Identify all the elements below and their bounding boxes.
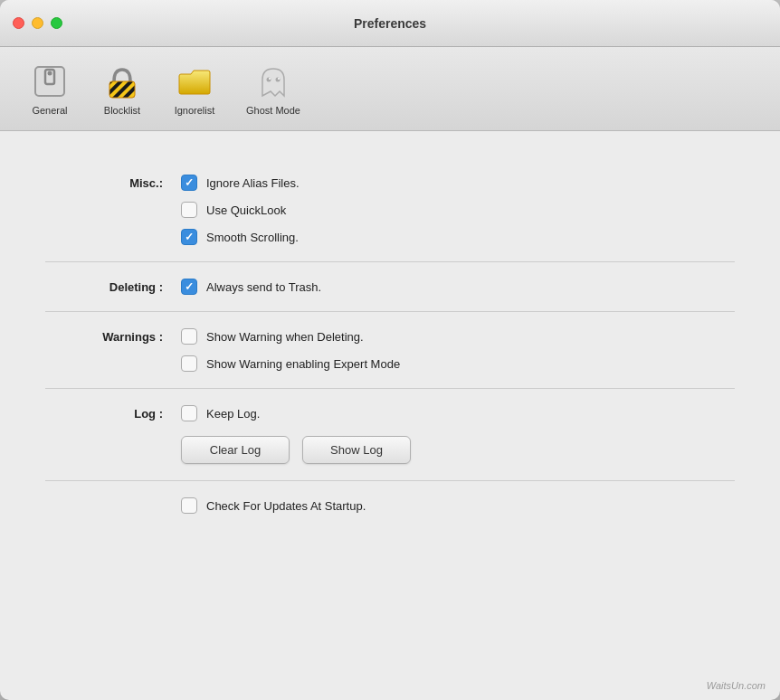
- svg-point-6: [266, 78, 271, 82]
- updates-label: [45, 497, 163, 499]
- warn-expert-row[interactable]: Show Warning enabling Expert Mode: [181, 355, 400, 372]
- check-updates-label: Check For Updates At Startup.: [206, 499, 366, 513]
- window-title: Preferences: [354, 16, 426, 31]
- close-button[interactable]: [13, 17, 24, 29]
- use-quicklook-row[interactable]: Use QuickLook: [181, 202, 300, 218]
- content-area: Misc.: Ignore Alias Files. Use QuickLook…: [0, 131, 780, 675]
- toolbar-item-ignorelist[interactable]: Ignorelist: [163, 56, 226, 121]
- smooth-scrolling-label: Smooth Scrolling.: [206, 231, 299, 244]
- warnings-controls: Show Warning when Deleting. Show Warning…: [181, 328, 400, 372]
- ghost-icon: [253, 61, 293, 101]
- toolbar-item-general[interactable]: General: [18, 56, 81, 121]
- updates-controls: Check For Updates At Startup.: [181, 497, 366, 514]
- log-buttons: Clear Log Show Log: [181, 436, 411, 464]
- smooth-scrolling-row[interactable]: Smooth Scrolling.: [181, 229, 300, 245]
- toolbar-item-ghostmode[interactable]: Ghost Mode: [235, 56, 311, 121]
- send-to-trash-row[interactable]: Always send to Trash.: [181, 279, 321, 295]
- general-icon: [30, 61, 70, 101]
- warn-deleting-label: Show Warning when Deleting.: [206, 330, 364, 344]
- smooth-scrolling-checkbox[interactable]: [181, 229, 197, 245]
- check-updates-checkbox[interactable]: [181, 497, 197, 514]
- warn-deleting-row[interactable]: Show Warning when Deleting.: [181, 328, 400, 345]
- misc-controls: Ignore Alias Files. Use QuickLook Smooth…: [181, 175, 300, 245]
- general-label: General: [32, 105, 67, 116]
- send-to-trash-checkbox[interactable]: [181, 279, 197, 295]
- warn-expert-checkbox[interactable]: [181, 355, 197, 372]
- svg-point-9: [278, 78, 280, 80]
- window-controls: [13, 17, 62, 29]
- svg-point-8: [269, 78, 271, 80]
- use-quicklook-checkbox[interactable]: [181, 202, 197, 218]
- ghostmode-label: Ghost Mode: [246, 105, 300, 116]
- ignore-alias-label: Ignore Alias Files.: [206, 176, 300, 190]
- warn-deleting-checkbox[interactable]: [181, 328, 197, 345]
- keep-log-checkbox[interactable]: [181, 405, 197, 421]
- warnings-label: Warnings :: [45, 328, 163, 344]
- use-quicklook-label: Use QuickLook: [206, 203, 286, 217]
- ignore-alias-checkbox[interactable]: [181, 175, 197, 191]
- updates-section: Check For Updates At Startup.: [45, 481, 735, 530]
- toolbar-item-blocklist[interactable]: Blocklist: [90, 56, 154, 121]
- ignorelist-icon: [175, 61, 214, 101]
- show-log-button[interactable]: Show Log: [302, 436, 411, 464]
- warn-expert-label: Show Warning enabling Expert Mode: [206, 357, 400, 371]
- watermark: WaitsUn.com: [0, 675, 780, 700]
- deleting-controls: Always send to Trash.: [181, 279, 321, 295]
- deleting-section: Deleting : Always send to Trash.: [45, 262, 735, 312]
- toolbar: General Blocklist: [0, 47, 780, 131]
- deleting-label: Deleting :: [45, 279, 163, 294]
- maximize-button[interactable]: [51, 17, 62, 29]
- log-section: Log : Keep Log. Clear Log Show Log: [45, 389, 735, 481]
- preferences-window: Preferences General: [0, 0, 780, 700]
- warnings-section: Warnings : Show Warning when Deleting. S…: [45, 312, 735, 389]
- misc-section: Misc.: Ignore Alias Files. Use QuickLook…: [45, 158, 735, 262]
- svg-point-7: [275, 78, 280, 82]
- ignorelist-label: Ignorelist: [175, 105, 215, 116]
- keep-log-row[interactable]: Keep Log.: [181, 405, 411, 421]
- minimize-button[interactable]: [32, 17, 43, 29]
- check-updates-row[interactable]: Check For Updates At Startup.: [181, 497, 366, 514]
- blocklist-label: Blocklist: [104, 105, 140, 116]
- keep-log-label: Keep Log.: [206, 407, 260, 421]
- svg-point-2: [48, 71, 52, 76]
- title-bar: Preferences: [0, 0, 780, 47]
- misc-label: Misc.:: [45, 175, 163, 190]
- send-to-trash-label: Always send to Trash.: [206, 280, 321, 294]
- log-controls: Keep Log. Clear Log Show Log: [181, 405, 411, 464]
- blocklist-icon: [102, 61, 142, 101]
- log-label: Log :: [45, 405, 163, 421]
- ignore-alias-row[interactable]: Ignore Alias Files.: [181, 175, 300, 191]
- svg-rect-3: [109, 81, 135, 98]
- clear-log-button[interactable]: Clear Log: [181, 436, 290, 464]
